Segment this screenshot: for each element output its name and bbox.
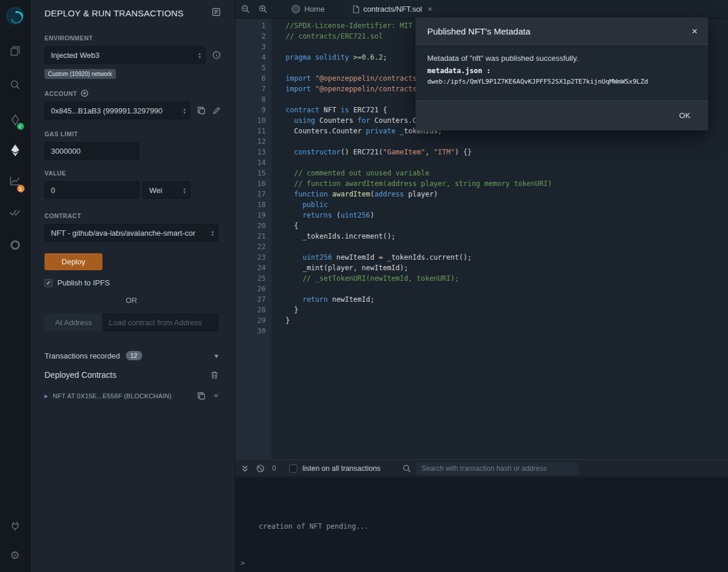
sidebar-item-plugin-manager[interactable] bbox=[5, 516, 25, 536]
plug-icon bbox=[10, 521, 20, 531]
remove-contract-icon[interactable]: × bbox=[214, 391, 218, 400]
metadata-file-label: metadata.json : bbox=[427, 67, 696, 75]
value-unit: Wei bbox=[149, 186, 162, 195]
file-explorer-icon bbox=[9, 45, 21, 57]
add-account-icon[interactable] bbox=[81, 89, 88, 97]
expand-contract-icon[interactable]: ▸ bbox=[44, 392, 48, 400]
deployed-contract-label: NFT AT 0X15E...E558F (BLOCKCHAIN) bbox=[53, 392, 171, 399]
analytics-notification-badge: 1 bbox=[17, 185, 25, 192]
pending-count: 0 bbox=[272, 464, 276, 473]
compiler-success-badge: ✓ bbox=[17, 123, 24, 130]
panel-title: DEPLOY & RUN TRANSACTIONS bbox=[44, 8, 184, 18]
terminal-toolbar: 0 listen on all transactions bbox=[235, 459, 728, 477]
contract-select[interactable]: NFT - github/ava-labs/avalanche-smart-co… bbox=[44, 224, 218, 242]
sidebar-item-search[interactable] bbox=[5, 75, 25, 95]
sidebar-item-debugger[interactable] bbox=[5, 235, 25, 255]
listen-transactions-label: listen on all transactions bbox=[303, 464, 380, 473]
home-tab-label: Home bbox=[304, 5, 325, 13]
contract-value: NFT - github/ava-labs/avalanche-smart-co… bbox=[51, 229, 195, 237]
activity-bar: ✓ 1 ⚙ bbox=[0, 0, 30, 572]
sidebar-item-analytics[interactable]: 1 bbox=[5, 171, 25, 191]
clear-console-icon[interactable] bbox=[256, 464, 265, 473]
tab-home[interactable]: Home bbox=[284, 0, 332, 18]
publish-ipfs-checkbox[interactable]: ✓ bbox=[44, 279, 53, 287]
analytics-icon bbox=[9, 175, 21, 186]
sidebar-item-deploy-run[interactable] bbox=[5, 140, 25, 160]
transactions-recorded-label: Transactions recorded bbox=[44, 352, 120, 360]
deployed-contract-item[interactable]: ▸ NFT AT 0X15E...E558F (BLOCKCHAIN) × bbox=[44, 391, 218, 400]
environment-info-icon[interactable] bbox=[212, 51, 221, 59]
network-badge: Custom (10920) network bbox=[44, 69, 116, 79]
terminal-output[interactable]: creation of NFT pending... > bbox=[235, 478, 728, 572]
close-tab-icon[interactable]: × bbox=[428, 5, 432, 13]
sidebar-item-file-explorer[interactable] bbox=[5, 41, 25, 61]
sidebar-item-solidity-compiler[interactable]: ✓ bbox=[5, 110, 25, 130]
sidebar-item-unit-testing[interactable] bbox=[5, 202, 25, 222]
zoom-in-icon[interactable] bbox=[259, 5, 267, 13]
docs-icon[interactable] bbox=[212, 8, 221, 19]
modal-title: Published NFT's Metadata bbox=[427, 26, 530, 36]
contract-label: CONTRACT bbox=[44, 212, 221, 219]
copy-contract-icon[interactable] bbox=[197, 392, 205, 400]
value-unit-select[interactable]: Wei ▴▾ bbox=[143, 181, 190, 199]
active-tab-label: contracts/NFT.sol bbox=[363, 5, 422, 13]
gas-limit-label: GAS LIMIT bbox=[44, 130, 221, 137]
edit-account-icon[interactable] bbox=[212, 106, 221, 115]
ok-button[interactable]: OK bbox=[679, 111, 691, 120]
terminal-search-icon bbox=[403, 464, 411, 473]
transactions-chevron-icon[interactable]: ▾ bbox=[214, 352, 218, 360]
solidity-file-icon bbox=[353, 5, 359, 13]
terminal: 0 listen on all transactions creation of… bbox=[235, 459, 728, 572]
modal-close-icon[interactable]: × bbox=[692, 26, 698, 36]
terminal-log-line: creation of NFT pending... bbox=[259, 522, 369, 530]
publish-ipfs-label: Publish to IPFS bbox=[57, 278, 110, 287]
deploy-button[interactable]: Deploy bbox=[44, 253, 102, 270]
environment-label: ENVIRONMENT bbox=[44, 35, 221, 42]
deploy-run-panel: DEPLOY & RUN TRANSACTIONS ENVIRONMENT In… bbox=[30, 0, 235, 572]
modal-message: Metadata of "nft" was published successf… bbox=[427, 54, 696, 63]
environment-value: Injected Web3 bbox=[51, 51, 99, 60]
terminal-search-input[interactable] bbox=[416, 462, 578, 475]
trash-icon[interactable] bbox=[211, 371, 218, 379]
listen-transactions-checkbox[interactable] bbox=[289, 464, 297, 473]
copy-account-icon[interactable] bbox=[197, 106, 205, 115]
tab-nft-sol[interactable]: contracts/NFT.sol × bbox=[345, 0, 440, 18]
terminal-prompt[interactable]: > bbox=[241, 559, 245, 567]
published-metadata-modal: Published NFT's Metadata × Metadata of "… bbox=[415, 18, 708, 130]
search-icon bbox=[9, 79, 21, 91]
account-select[interactable]: 0x845...B1aB3 (999991.3297990 ▴▾ bbox=[44, 102, 190, 119]
tab-bar: Home contracts/NFT.sol × bbox=[235, 0, 728, 19]
account-value: 0x845...B1aB3 (999991.3297990 bbox=[51, 106, 163, 115]
account-label: ACCOUNT bbox=[44, 90, 77, 97]
deploy-run-icon bbox=[10, 144, 20, 157]
transactions-count-badge: 12 bbox=[126, 351, 142, 360]
at-address-button[interactable]: At Address bbox=[44, 313, 102, 331]
remix-logo[interactable] bbox=[5, 6, 25, 26]
gas-limit-input[interactable] bbox=[44, 142, 139, 160]
value-input[interactable] bbox=[44, 181, 139, 199]
ipfs-url: dweb:/ipfs/QmYL9P1Z7KE6AQvKJPFF52SX1p2TE… bbox=[427, 78, 696, 85]
terminal-collapse-icon[interactable] bbox=[241, 464, 249, 473]
ring-icon bbox=[10, 240, 20, 250]
deployed-contracts-label: Deployed Contracts bbox=[44, 370, 116, 380]
zoom-out-icon[interactable] bbox=[241, 5, 250, 13]
home-tab-icon bbox=[291, 5, 300, 13]
or-divider: OR bbox=[44, 296, 218, 305]
remix-logo-icon bbox=[6, 7, 24, 25]
value-label: VALUE bbox=[44, 170, 221, 177]
gutter: 1234567891011121314151617181920212223242… bbox=[235, 19, 272, 459]
at-address-input[interactable] bbox=[102, 313, 218, 331]
double-check-icon bbox=[9, 208, 22, 217]
sidebar-item-settings[interactable]: ⚙ bbox=[5, 545, 25, 565]
environment-select[interactable]: Injected Web3 ▴▾ bbox=[44, 46, 205, 64]
gear-icon: ⚙ bbox=[10, 550, 20, 561]
